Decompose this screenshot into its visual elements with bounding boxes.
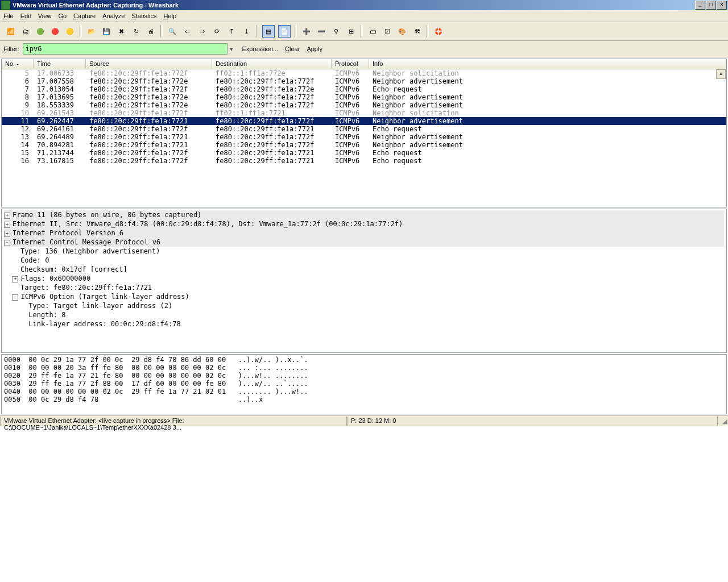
detail-checksum: Checksum: 0x17df [correct] [20, 265, 127, 273]
options-icon[interactable]: 🗂 [20, 26, 31, 37]
prefs-icon[interactable]: 🛠 [411, 26, 423, 37]
menu-statistics[interactable]: Statistics [131, 13, 156, 19]
packet-rows: 517.006733fe80::20c:29ff:fe1a:772fff02::… [2, 69, 726, 165]
col-no[interactable]: No. - [2, 59, 34, 69]
menu-go[interactable]: Go [58, 13, 67, 19]
table-row[interactable]: 918.553339fe80::20c:29ff:fe1a:772efe80::… [2, 101, 726, 109]
open-icon[interactable]: 📂 [86, 26, 97, 37]
gototop-icon[interactable]: ⤒ [226, 26, 237, 37]
detail-optlen: Length: 8 [28, 311, 65, 319]
filter-bar: Filter: ▾ Expression... Clear Apply [0, 41, 728, 57]
table-row[interactable]: 1069.261543fe80::20c:29ff:fe1a:772fff02:… [2, 109, 726, 117]
packet-list-pane: No. - Time Source Destination Protocol I… [1, 59, 727, 207]
resize-grip-icon[interactable]: ◢ [718, 418, 728, 425]
col-time[interactable]: Time [34, 59, 86, 69]
goto-icon[interactable]: ⟳ [211, 26, 222, 37]
detail-target: Target: fe80::20c:29ff:fe1a:7721 [20, 284, 152, 292]
detail-frame: Frame 11 (86 bytes on wire, 86 bytes cap… [13, 211, 201, 219]
table-row[interactable]: 1269.264161fe80::20c:29ff:fe1a:772ffe80:… [2, 125, 726, 133]
reload-icon[interactable]: ↻ [130, 26, 142, 37]
col-destination[interactable]: Destination [212, 59, 332, 69]
detail-opttype: Type: Target link-layer address (2) [28, 302, 172, 310]
autoscroll-icon[interactable]: 📄 [278, 25, 291, 38]
detail-code: Code: 0 [20, 256, 49, 264]
expand-icon[interactable]: + [4, 222, 10, 228]
title-bar: VMware Virtual Ethernet Adapter: Capturi… [0, 0, 728, 10]
display-filters-icon[interactable]: ☑ [382, 26, 393, 37]
table-row[interactable]: 1470.894281fe80::20c:29ff:fe1a:7721fe80:… [2, 141, 726, 149]
start-icon[interactable]: 🟢 [35, 26, 46, 37]
table-row[interactable]: 717.013054fe80::20c:29ff:fe1a:772ffe80::… [2, 85, 726, 93]
colorize-icon[interactable]: ▤ [262, 25, 275, 38]
filter-input[interactable] [23, 43, 228, 55]
find-icon[interactable]: 🔍 [167, 26, 178, 37]
table-row[interactable]: 617.007558fe80::20c:29ff:fe1a:772efe80::… [2, 77, 726, 85]
capture-filters-icon[interactable]: 🗃 [367, 26, 378, 37]
detail-eth: Ethernet II, Src: Vmware_d8:f4:78 (00:0c… [13, 220, 403, 228]
table-row[interactable]: 517.006733fe80::20c:29ff:fe1a:772fff02::… [2, 69, 726, 77]
detail-flags: Flags: 0x60000000 [20, 275, 90, 282]
menu-edit[interactable]: Edit [20, 13, 31, 19]
collapse-icon[interactable]: - [4, 240, 10, 246]
maximize-button[interactable]: □ [706, 1, 716, 10]
col-info[interactable]: Info [369, 59, 726, 69]
filter-dropdown-icon[interactable]: ▾ [228, 45, 235, 53]
packet-details-pane[interactable]: +Frame 11 (86 bytes on wire, 86 bytes ca… [1, 209, 727, 353]
detail-icmp: Internet Control Message Protocol v6 [13, 238, 160, 246]
close-file-icon[interactable]: ✖ [115, 26, 127, 37]
col-source[interactable]: Source [86, 59, 212, 69]
packet-bytes-pane[interactable]: 0000 00 0c 29 1a 77 2f 00 0c 29 d8 f4 78… [1, 354, 727, 414]
minimize-button[interactable]: _ [695, 1, 705, 10]
resize-cols-icon[interactable]: ⊞ [345, 26, 357, 37]
menu-analyze[interactable]: Analyze [102, 13, 125, 19]
expand-icon[interactable]: + [12, 276, 18, 282]
window-title: VMware Virtual Ethernet Adapter: Capturi… [13, 2, 179, 9]
expand-icon[interactable]: + [4, 213, 10, 219]
interfaces-icon[interactable]: 📶 [5, 26, 16, 37]
table-row[interactable]: 817.013695fe80::20c:29ff:fe1a:772efe80::… [2, 93, 726, 101]
status-right: P: 23 D: 12 M: 0 [347, 417, 718, 426]
zoom100-icon[interactable]: ⚲ [330, 26, 342, 37]
restart-icon[interactable]: 🟡 [64, 26, 76, 37]
forward-icon[interactable]: ⇒ [196, 26, 208, 37]
toolbar: 📶 🗂 🟢 🔴 🟡 📂 💾 ✖ ↻ 🖨 🔍 ⇐ ⇒ ⟳ ⤒ ⤓ ▤ 📄 ➕ ➖ … [0, 22, 728, 41]
col-protocol[interactable]: Protocol [332, 59, 369, 69]
detail-type: Type: 136 (Neighbor advertisement) [20, 247, 160, 255]
table-row[interactable]: 1369.264489fe80::20c:29ff:fe1a:7721fe80:… [2, 133, 726, 141]
table-row[interactable]: 1571.213744fe80::20c:29ff:fe1a:772ffe80:… [2, 149, 726, 157]
close-button[interactable]: × [717, 1, 727, 10]
back-icon[interactable]: ⇐ [181, 26, 193, 37]
status-bar: VMware Virtual Ethernet Adapter: <live c… [0, 415, 728, 426]
menu-capture[interactable]: Capture [73, 13, 96, 19]
print-icon[interactable]: 🖨 [145, 26, 156, 37]
menu-bar: File Edit View Go Capture Analyze Statis… [0, 10, 728, 22]
menu-help[interactable]: Help [163, 13, 176, 19]
coloring-rules-icon[interactable]: 🎨 [396, 26, 408, 37]
menu-file[interactable]: File [3, 13, 14, 19]
table-row[interactable]: 1673.167815fe80::20c:29ff:fe1a:772ffe80:… [2, 157, 726, 165]
zoomout-icon[interactable]: ➖ [316, 26, 327, 37]
detail-ipv6: Internet Protocol Version 6 [13, 229, 123, 237]
save-icon[interactable]: 💾 [101, 26, 112, 37]
status-left: VMware Virtual Ethernet Adapter: <live c… [0, 417, 347, 426]
filter-expression[interactable]: Expression... [242, 45, 279, 52]
detail-lladdr: Link-layer address: 00:0c:29:d8:f4:78 [28, 320, 180, 328]
zoomin-icon[interactable]: ➕ [301, 26, 312, 37]
expand-icon[interactable]: + [4, 231, 10, 237]
app-icon [1, 1, 10, 10]
gotobot-icon[interactable]: ⤓ [241, 26, 252, 37]
filter-clear[interactable]: Clear [285, 45, 300, 52]
filter-label: Filter: [3, 45, 19, 52]
stop-icon[interactable]: 🔴 [49, 26, 61, 37]
filter-apply[interactable]: Apply [307, 45, 322, 52]
scroll-up-icon[interactable]: ▲ [716, 69, 726, 79]
table-row[interactable]: 1169.262447fe80::20c:29ff:fe1a:7721fe80:… [2, 117, 726, 125]
collapse-icon[interactable]: - [12, 294, 18, 301]
detail-option: ICMPv6 Option (Target link-layer address… [20, 293, 189, 301]
help-icon[interactable]: 🛟 [433, 26, 444, 37]
menu-view[interactable]: View [38, 13, 52, 19]
column-headers: No. - Time Source Destination Protocol I… [2, 59, 726, 69]
